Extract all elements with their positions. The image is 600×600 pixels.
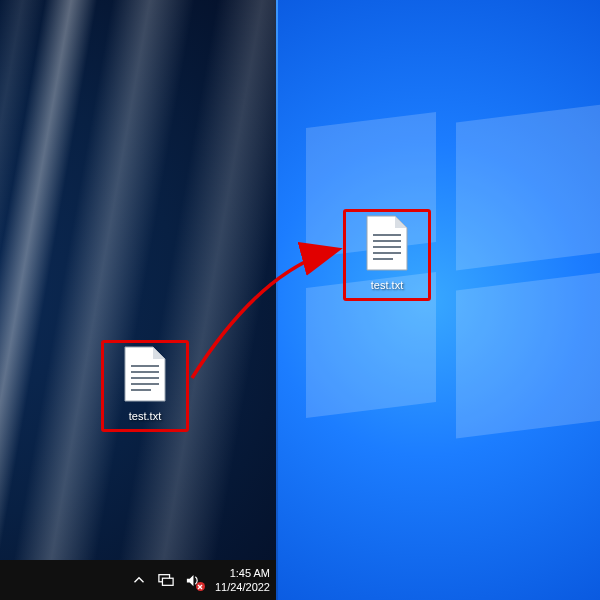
file-label: test.txt: [367, 278, 407, 292]
network-icon[interactable]: [157, 571, 175, 589]
desktop-divider: [276, 0, 278, 600]
taskbar-time: 1:45 AM: [215, 566, 270, 580]
file-icon-source[interactable]: test.txt: [108, 346, 182, 424]
taskbar[interactable]: 1:45 AM 11/24/2022: [0, 560, 276, 600]
taskbar-date: 11/24/2022: [215, 580, 270, 594]
svg-rect-16: [162, 578, 173, 585]
desktop-right[interactable]: [276, 0, 600, 600]
volume-muted-icon[interactable]: [184, 571, 202, 589]
text-file-icon: [365, 215, 409, 271]
mute-badge-icon: [196, 582, 205, 591]
svg-marker-17: [187, 574, 194, 585]
file-icon-destination[interactable]: test.txt: [350, 215, 424, 293]
text-file-icon: [123, 346, 167, 402]
desktop-left[interactable]: [0, 0, 276, 560]
dual-desktop-stage: test.txt test.txt: [0, 0, 600, 600]
file-label: test.txt: [125, 409, 165, 423]
tray-overflow-chevron-icon[interactable]: [130, 571, 148, 589]
taskbar-clock[interactable]: 1:45 AM 11/24/2022: [215, 566, 270, 594]
